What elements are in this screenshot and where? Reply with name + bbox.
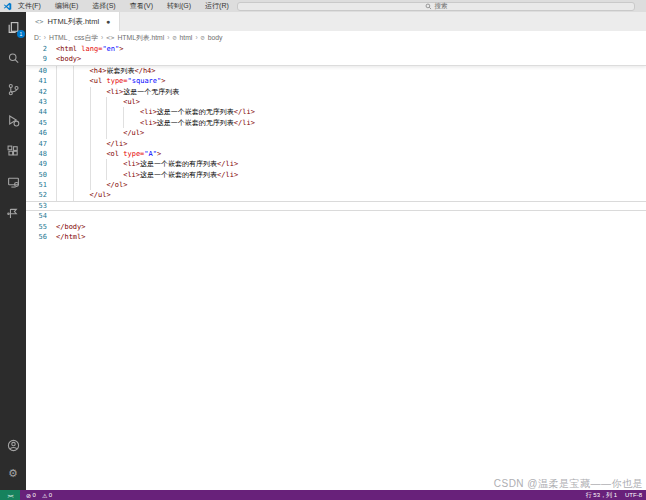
remote-explorer-icon[interactable] (4, 173, 22, 191)
menu-item[interactable]: 运行(R) (203, 1, 231, 11)
indent-guide (90, 180, 107, 190)
code-line-2[interactable]: 2<html lang="en"> (26, 44, 646, 54)
source-control-icon[interactable] (4, 80, 22, 98)
code-line-51[interactable]: 51</ol> (26, 180, 646, 190)
indent-guide (90, 139, 107, 149)
indent-guide (73, 139, 90, 149)
csdn-watermark: CSDN @温柔是宝藏——你也是 (494, 477, 643, 491)
breadcrumb-item[interactable]: body (208, 34, 223, 41)
line-number: 43 (26, 97, 56, 107)
breadcrumb-item[interactable]: HTML、css自学 (49, 33, 98, 43)
indent-guide (56, 149, 73, 159)
code-line-52[interactable]: 52</ul> (26, 190, 646, 200)
breadcrumb-symbol-icon: ⊘ (172, 34, 176, 42)
indent-guide (106, 97, 123, 107)
code-line-55[interactable]: 55</body> (26, 222, 646, 232)
menu-item[interactable]: 转到(G) (165, 1, 193, 11)
code-content: </body> (56, 222, 646, 232)
indent-guide (56, 139, 73, 149)
code-line-53[interactable]: 53 (26, 201, 646, 211)
indent-guide (123, 107, 140, 117)
code-line-47[interactable]: 47</li> (26, 139, 646, 149)
indent-guide (73, 107, 90, 117)
code-line-44[interactable]: 44<li>这是一个嵌套的无序列表</li> (26, 107, 646, 117)
code-line-46[interactable]: 46</ul> (26, 128, 646, 138)
code-editor[interactable]: 2<html lang="en">9<body> 40<h4>嵌套列表</h4>… (26, 44, 646, 490)
run-debug-icon[interactable] (4, 111, 22, 129)
tab-html-lists[interactable]: <> HTML列表.html ● (26, 12, 120, 31)
status-right: 行 53，列 1UTF-8 (586, 491, 642, 500)
line-number: 52 (26, 190, 56, 200)
line-number: 55 (26, 222, 56, 232)
code-line-41[interactable]: 41<ul type="square"> (26, 76, 646, 86)
code-lines[interactable]: 40<h4>嵌套列表</h4>41<ul type="square">42<li… (26, 66, 646, 243)
code-line-42[interactable]: 42<li>这是一个无序列表 (26, 87, 646, 97)
gear-glyph: ⚙ (8, 467, 18, 480)
code-content: </li> (56, 139, 646, 149)
code-line-43[interactable]: 43<ul> (26, 97, 646, 107)
sticky-scroll[interactable]: 2<html lang="en">9<body> (26, 44, 646, 66)
title-bar: 文件(F)编辑(E)选择(S)查看(V)转到(G)运行(R)··· ← → 搜索 (0, 0, 646, 12)
code-content: </ul> (56, 190, 646, 200)
command-center-search[interactable]: 搜索 (237, 2, 635, 11)
tab-bar: <> HTML列表.html ● (26, 12, 646, 31)
indent-guide (106, 170, 123, 180)
breadcrumb-item[interactable]: HTML列表.html (117, 33, 164, 43)
code-content: <li>这是一个嵌套的有序列表</li> (56, 170, 646, 180)
indent-guide (106, 118, 123, 128)
code-content: <ul> (56, 97, 646, 107)
menu-bar: 文件(F)编辑(E)选择(S)查看(V)转到(G)运行(R)··· (16, 1, 252, 11)
indent-guide (123, 118, 140, 128)
account-icon[interactable] (4, 436, 22, 454)
menu-item[interactable]: 选择(S) (90, 1, 117, 11)
code-line-40[interactable]: 40<h4>嵌套列表</h4> (26, 66, 646, 76)
indent-guide (90, 87, 107, 97)
code-content: <li>这是一个嵌套的无序列表</li> (56, 118, 646, 128)
indent-guide (73, 170, 90, 180)
code-line-48[interactable]: 48<ol type="A"> (26, 149, 646, 159)
code-line-9[interactable]: 9<body> (26, 54, 646, 64)
indent-guide (90, 107, 107, 117)
warning-icon: ⚠ (42, 492, 47, 499)
indent-guide (73, 118, 90, 128)
count-value: 0 (33, 492, 36, 498)
code-line-49[interactable]: 49<li>这是一个嵌套的有序列表</li> (26, 159, 646, 169)
search-icon[interactable] (4, 49, 22, 67)
breadcrumb-item[interactable]: D: (34, 34, 41, 41)
line-number: 49 (26, 159, 56, 169)
warnings-count[interactable]: ⚠0 (42, 492, 52, 499)
line-number: 2 (26, 44, 56, 54)
plugin-flag-icon[interactable] (4, 204, 22, 222)
settings-icon[interactable]: ⚙ (4, 464, 22, 482)
breadcrumb-item[interactable]: html (180, 34, 193, 41)
code-content: </ol> (56, 180, 646, 190)
menu-item[interactable]: 查看(V) (128, 1, 155, 11)
indent-guide (56, 66, 73, 76)
errors-count[interactable]: ⊘0 (26, 492, 36, 499)
breadcrumb-symbol-icon: <> (106, 34, 114, 42)
code-content: <body> (56, 54, 646, 64)
indent-guide (106, 128, 123, 138)
code-content: <html lang="en"> (56, 44, 646, 54)
extensions-icon[interactable] (4, 142, 22, 160)
modified-dot-icon[interactable]: ● (106, 18, 110, 25)
status-item[interactable]: UTF-8 (625, 492, 642, 498)
code-line-56[interactable]: 56</html> (26, 232, 646, 242)
explorer-icon[interactable]: 1 (4, 18, 22, 36)
indent-guide (56, 87, 73, 97)
indent-guide (90, 128, 107, 138)
code-line-50[interactable]: 50<li>这是一个嵌套的有序列表</li> (26, 170, 646, 180)
code-line-54[interactable]: 54 (26, 211, 646, 221)
indent-guide (90, 118, 107, 128)
error-icon: ⊘ (26, 492, 31, 499)
indent-guide (73, 76, 90, 86)
line-number: 48 (26, 149, 56, 159)
indent-guide (73, 128, 90, 138)
menu-item[interactable]: 编辑(E) (53, 1, 80, 11)
code-line-45[interactable]: 45<li>这是一个嵌套的无序列表</li> (26, 118, 646, 128)
menu-item[interactable]: 文件(F) (16, 1, 43, 11)
remote-indicator[interactable]: >< (0, 490, 20, 500)
indent-guide (73, 87, 90, 97)
status-item[interactable]: 行 53，列 1 (586, 491, 617, 500)
html-file-icon: <> (35, 18, 43, 26)
